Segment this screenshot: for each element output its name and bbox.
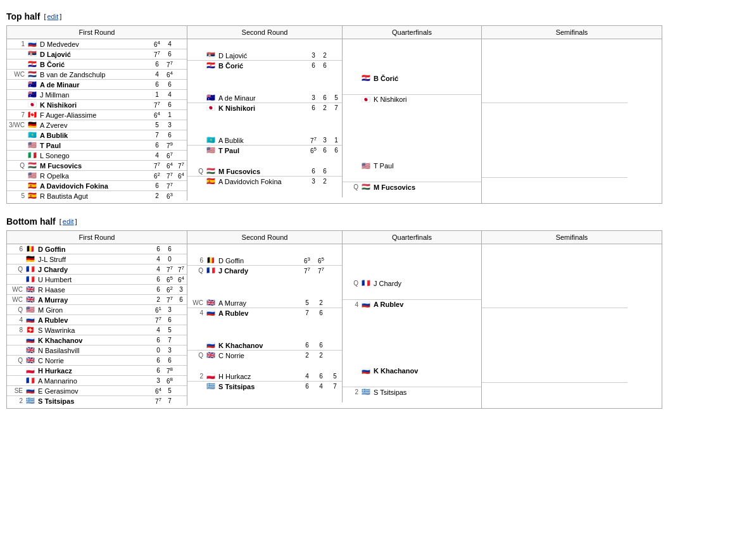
table-row <box>187 155 342 166</box>
table-row: Q🇬🇧C Norrie66 <box>7 356 187 366</box>
table-row: WC🇬🇧A Murray52 <box>187 298 342 308</box>
table-row: 8🇨🇭S Wawrinka45 <box>7 325 187 335</box>
bottom-half-section: Bottom half [ edit ] First Round 6🇧🇪D Go… <box>6 216 731 409</box>
table-row: 🇫🇷U Humbert66564 <box>7 275 187 285</box>
page-container: Top half [ edit ] First Round 1🇷🇺D Medve… <box>6 11 731 409</box>
table-row: 🇺🇸T Paul6566 <box>187 146 342 156</box>
top-second-round-table: 🇷🇸D Lajović32 🇭🇷B Čorić66 🇦🇺A de Minaur3… <box>187 39 342 197</box>
bottom-semifinals-table <box>482 244 662 394</box>
bottom-half-title: Bottom half <box>6 216 56 227</box>
top-quarterfinals-header: Quarterfinals <box>343 26 481 39</box>
table-row: 🇫🇷A Mannarino368 <box>7 376 187 386</box>
bottom-semifinals-header: Semifinals <box>482 231 662 244</box>
table-row: Q🇭🇺M Fucsovics <box>343 182 481 192</box>
table-row: WC🇬🇧A Murray2776 <box>7 295 187 305</box>
table-row: 2🇬🇷S Tsitsipas777 <box>7 396 187 406</box>
bottom-quarterfinals: Quarterfinals Q🇫🇷J Chardy 4🇷🇺A Rublev 🇷🇺… <box>343 231 482 408</box>
table-row: 🇰🇿A Bublik7731 <box>187 135 342 146</box>
table-row: 1🇷🇺D Medvedev644 <box>7 39 187 49</box>
top-quarterfinals: Quarterfinals 🇭🇷B Čorić 🇯🇵K Nishikori 🇺🇸… <box>343 26 482 203</box>
table-row: 🇺🇸T Paul679 <box>7 140 187 151</box>
table-row: 🇯🇵K Nishikori627 <box>187 103 342 113</box>
bottom-quarterfinals-table: Q🇫🇷J Chardy 4🇷🇺A Rublev 🇷🇺K Khachanov 2🇬… <box>343 244 481 408</box>
top-half-edit[interactable]: edit <box>47 13 58 20</box>
top-first-round-header: First Round <box>7 26 187 39</box>
top-half-title: Top half <box>6 11 40 22</box>
table-row: Q🇫🇷J Chardy47777 <box>7 264 187 275</box>
table-row: Q🇭🇺M Fucsovics776477 <box>7 161 187 171</box>
top-first-round-table: 1🇷🇺D Medvedev644 🇷🇸D Lajović776 🇭🇷B Čori… <box>7 39 187 201</box>
table-row: 🇯🇵K Nishikori776 <box>7 100 187 110</box>
bottom-second-round: Second Round 6🇧🇪D Goffin6365 Q🇫🇷J Chardy… <box>187 231 343 402</box>
top-half-bracket: First Round 1🇷🇺D Medvedev644 🇷🇸D Lajović… <box>6 25 662 204</box>
top-second-round: Second Round 🇷🇸D Lajović32 🇭🇷B Čorić66 🇦… <box>187 26 343 197</box>
table-row <box>187 70 342 93</box>
table-row: WC🇬🇧R Haase6623 <box>7 285 187 295</box>
table-row: 🇮🇹L Sonego467 <box>7 151 187 161</box>
bottom-first-round-header: First Round <box>7 231 187 244</box>
table-row: 4🇷🇺A Rublev <box>343 299 481 309</box>
table-row: 4🇷🇺A Rublev776 <box>7 315 187 325</box>
bottom-semifinals: Semifinals <box>482 231 662 394</box>
table-row: Q🇭🇺M Fucsovics66 <box>187 166 342 177</box>
table-row: Q🇬🇧C Norrie22 <box>187 351 342 361</box>
table-row: 🇭🇷B Čorić <box>343 73 481 83</box>
table-row: Q🇺🇸M Giron613 <box>7 305 187 315</box>
bottom-half-edit[interactable]: edit <box>63 218 74 225</box>
table-row: 🇰🇿A Bublik76 <box>7 130 187 140</box>
table-row: 🇦🇺A de Minaur66 <box>7 80 187 90</box>
table-row: 🇷🇺K Khachanov <box>343 366 481 376</box>
table-row: Q🇫🇷J Chardy <box>343 278 481 288</box>
bottom-first-round-table: 6🇧🇪D Goffin66 🇩🇪J-L Struff40 Q🇫🇷J Chardy… <box>7 244 187 406</box>
bottom-first-round: First Round 6🇧🇪D Goffin66 🇩🇪J-L Struff40… <box>7 231 187 406</box>
top-second-round-header: Second Round <box>187 26 342 39</box>
table-row: 🇷🇸D Lajović776 <box>7 49 187 59</box>
table-row: 🇦🇺J Millman14 <box>7 90 187 100</box>
table-row: SE🇷🇺E Gerasimov645 <box>7 386 187 396</box>
top-quarterfinals-table: 🇭🇷B Čorić 🇯🇵K Nishikori 🇺🇸T Paul Q🇭🇺M Fu… <box>343 39 481 203</box>
table-row: WC🇳🇱B van de Zandschulp464 <box>7 70 187 80</box>
table-row: 🇬🇷S Tsitsipas647 <box>187 382 342 392</box>
table-row: 4🇷🇺A Rublev76 <box>187 308 342 318</box>
table-row: 7🇨🇦F Auger-Aliassime641 <box>7 110 187 120</box>
table-row: 🇪🇸A Davidovich Fokina677 <box>7 181 187 191</box>
table-row: 🇯🇵K Nishikori <box>343 94 481 104</box>
table-row: 🇭🇷B Čorić677 <box>7 59 187 70</box>
top-semifinals: Semifinals <box>482 26 662 189</box>
table-row: 🇷🇺K Khachanov67 <box>7 335 187 345</box>
table-row: 🇷🇸D Lajović32 <box>187 51 342 61</box>
table-row: 🇺🇸T Paul <box>343 161 481 171</box>
table-row: 🇬🇧N Basilashvill03 <box>7 345 187 356</box>
top-semifinals-table <box>482 39 662 189</box>
table-row: 🇭🇷B Čorić66 <box>187 61 342 71</box>
table-row: 🇦🇺A de Minaur365 <box>187 93 342 103</box>
bottom-second-round-header: Second Round <box>187 231 342 244</box>
table-row: 2🇵🇱H Hurkacz465 <box>187 371 342 382</box>
table-row: 🇷🇺K Khachanov66 <box>187 340 342 351</box>
table-row: 🇵🇱H Hurkacz678 <box>7 366 187 376</box>
top-semifinals-header: Semifinals <box>482 26 662 39</box>
top-half-section: Top half [ edit ] First Round 1🇷🇺D Medve… <box>6 11 731 204</box>
table-row: 🇩🇪J-L Struff40 <box>7 254 187 264</box>
table-row: 🇪🇸A Davidovich Fokina32 <box>187 177 342 187</box>
bottom-second-round-table: 6🇧🇪D Goffin6365 Q🇫🇷J Chardy7777 WC🇬🇧A Mu… <box>187 244 342 402</box>
bottom-half-bracket: First Round 6🇧🇪D Goffin66 🇩🇪J-L Struff40… <box>6 230 662 409</box>
table-row: 6🇧🇪D Goffin66 <box>7 244 187 254</box>
table-row: 2🇬🇷S Tsitsipas <box>343 387 481 397</box>
table-row: 3/WC🇩🇪A Zverev53 <box>7 120 187 130</box>
table-row: 5🇪🇸R Bautista Agut263 <box>7 191 187 201</box>
table-row: 🇺🇸R Opelka627764 <box>7 171 187 181</box>
table-row: Q🇫🇷J Chardy7777 <box>187 266 342 276</box>
table-row <box>187 186 342 197</box>
table-row <box>187 39 342 51</box>
top-first-round: First Round 1🇷🇺D Medvedev644 🇷🇸D Lajović… <box>7 26 187 201</box>
table-row: 6🇧🇪D Goffin6365 <box>187 256 342 266</box>
bottom-quarterfinals-header: Quarterfinals <box>343 231 481 244</box>
table-row <box>187 113 342 135</box>
